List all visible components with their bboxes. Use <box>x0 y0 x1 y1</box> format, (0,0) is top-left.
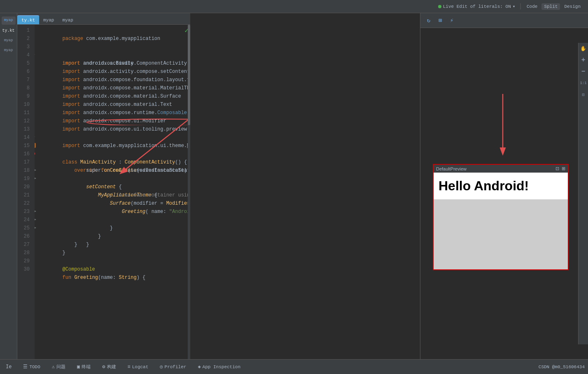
svg-marker-8 <box>35 227 36 229</box>
sidebar-label-0: myap <box>4 18 13 22</box>
status-build[interactable]: ⚙ 构建 <box>100 363 118 371</box>
line-26: 26 <box>17 232 32 241</box>
status-issues[interactable]: ⚠ 问题 <box>49 363 68 371</box>
line-14: 14 <box>17 133 32 142</box>
code-line-29: @Composable <box>39 257 190 265</box>
code-line-19: MyApplicationTheme { <box>39 175 190 183</box>
view-mode-buttons: | Code Split Design <box>518 3 583 10</box>
code-line-4: import androidx.activity.ComponentActivi… <box>39 51 190 59</box>
file-tab-2[interactable]: myap <box>58 16 77 24</box>
editor-scrollbar-thumb <box>188 25 190 125</box>
zoom-in-tool[interactable]: + <box>579 56 588 64</box>
editor-scrollbar[interactable] <box>188 25 190 359</box>
line-28: 28 <box>17 249 32 257</box>
live-edit-indicator: Live Edit of literals: ON ▾ <box>438 4 516 9</box>
code-line-24: } <box>39 216 190 224</box>
svg-marker-6 <box>35 210 36 213</box>
line-5: 5 <box>17 59 32 68</box>
preview-title-label: DefaultPreview <box>436 166 467 171</box>
design-view-btn[interactable]: Design <box>562 3 583 10</box>
code-line-7: import androidx.compose.material.Materia… <box>39 76 190 84</box>
line-1: 1 <box>17 26 32 35</box>
preview-icon-1[interactable]: ⊡ <box>555 166 559 171</box>
line-24: 24 <box>17 216 32 224</box>
sidebar-item-1[interactable]: ty.kt <box>2 26 16 35</box>
line-15: 15 <box>17 142 32 150</box>
layout-icon[interactable]: ⊞ <box>436 16 444 25</box>
line-25: 25 <box>17 224 32 232</box>
line-3: 3 <box>17 43 32 51</box>
code-line-20: // A surface container using the 'backgr… <box>39 183 190 191</box>
file-tab-1[interactable]: myap <box>39 16 58 24</box>
sidebar-item-3[interactable]: myap <box>2 47 16 55</box>
line-12: 12 <box>17 117 32 125</box>
zoom-ratio-tool[interactable]: 1:1 <box>579 79 588 87</box>
preview-empty-area <box>434 199 568 269</box>
line-17: 17 <box>17 158 32 166</box>
status-profiler[interactable]: ◎ Profiler <box>157 363 189 371</box>
svg-marker-5 <box>35 177 36 180</box>
code-line-23: } <box>39 208 190 216</box>
line-2: 2 <box>17 35 32 43</box>
sidebar-item-0[interactable]: myap <box>2 16 16 25</box>
refresh-icon[interactable]: ↻ <box>425 16 433 25</box>
code-line-25: } <box>39 224 190 232</box>
live-edit-label: Live Edit of literals: ON <box>443 4 511 9</box>
code-line-10: import androidx.compose.runtime.Composab… <box>39 101 190 109</box>
preview-icon-2[interactable]: ⊞ <box>562 166 565 171</box>
status-logcat[interactable]: ≡ Logcat <box>125 363 151 371</box>
status-ie[interactable]: Ie <box>3 363 14 371</box>
line-23: 23 <box>17 208 32 216</box>
code-line-16: override fun onCreate(savedInstanceState… <box>39 150 190 158</box>
code-line-28 <box>39 249 190 257</box>
code-line-6: import androidx.compose.foundation.layou… <box>39 68 190 76</box>
sidebar-item-2[interactable]: myap <box>2 37 16 45</box>
app-inspection-label: App Inspection <box>203 365 240 369</box>
status-terminal[interactable]: ▣ 终端 <box>75 363 93 371</box>
file-tabs: ty.kt myap myap <box>17 13 190 25</box>
preview-window-title: DefaultPreview ⊡ ⊞ <box>434 165 568 173</box>
status-bar: Ie ☰ TODO ⚠ 问题 ▣ 终端 ⚙ 构建 ≡ Logcat ◎ Prof… <box>0 359 588 374</box>
ie-icon: Ie <box>6 364 12 370</box>
line-16: 16 <box>17 150 32 158</box>
line-13: 13 <box>17 125 32 133</box>
line-20: 20 <box>17 183 32 191</box>
sidebar-label-1: ty.kt <box>2 28 15 33</box>
fit-tool[interactable]: ⊡ <box>579 91 588 99</box>
todo-label: TODO <box>29 365 40 369</box>
status-todo[interactable]: ☰ TODO <box>21 363 42 371</box>
code-line-3: ▾ import android.os.Bundle <box>39 43 190 51</box>
top-toolbar: Live Edit of literals: ON ▾ | Code Split… <box>0 0 588 13</box>
live-edit-dot <box>438 5 441 8</box>
zoom-out-tool[interactable]: − <box>579 68 588 76</box>
code-line-2 <box>39 35 190 43</box>
code-line-15: C class MainActivity : ComponentActivity… <box>39 142 190 150</box>
view-mode-separator: | <box>518 3 523 10</box>
sidebar-label-3: myap <box>4 48 13 52</box>
split-view-btn[interactable]: Split <box>541 3 560 10</box>
code-line-21: Surface(modifier = Modifier.fillMaxSize(… <box>39 191 190 199</box>
live-edit-chevron[interactable]: ▾ <box>513 4 516 9</box>
status-app-inspection[interactable]: ◈ App Inspection <box>195 363 243 371</box>
preview-toolbar: ↻ ⊞ ⚡ <box>420 13 588 28</box>
code-line-13: ▾ import com.example.myapplication.ui.th… <box>39 125 190 133</box>
file-tab-0[interactable]: ty.kt <box>17 15 39 24</box>
hand-tool[interactable]: ✋ <box>579 44 588 53</box>
code-line-11: import androidx.compose.ui.Modifier <box>39 109 190 117</box>
profiler-icon: ◎ <box>160 364 163 370</box>
code-view-btn[interactable]: Code <box>524 3 540 10</box>
line-4: 4 <box>17 51 32 59</box>
logcat-label: Logcat <box>132 365 149 369</box>
todo-icon: ☰ <box>23 364 28 370</box>
terminal-label: 终端 <box>82 364 91 370</box>
build-icon[interactable]: ⚡ <box>448 16 456 25</box>
line-19: 19 <box>17 175 32 183</box>
svg-point-3 <box>35 152 35 155</box>
line-6: 6 <box>17 68 32 76</box>
code-line-17: super.onCreate(savedInstanceState) <box>39 158 190 166</box>
code-line-9: import androidx.compose.material.Text <box>39 92 190 101</box>
code-content[interactable]: ✓ package com.example.myapplication ▾ im… <box>35 25 190 359</box>
code-line-12: import androidx.compose.ui.tooling.previ… <box>39 117 190 125</box>
preview-window-icons: ⊡ ⊞ <box>555 166 565 171</box>
line-27: 27 <box>17 241 32 249</box>
